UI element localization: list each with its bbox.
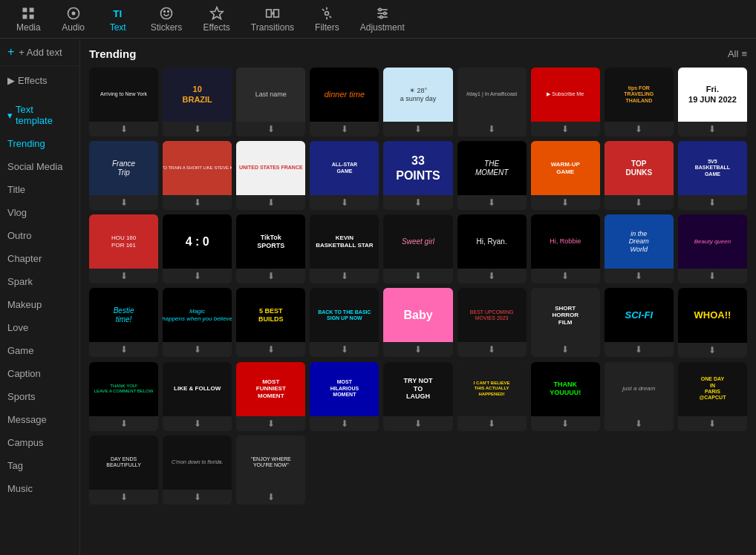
sidebar-item-game[interactable]: Game	[0, 339, 79, 362]
template-card-dinner[interactable]: dinner time⬇	[310, 68, 379, 137]
card-download-weather[interactable]: ⬇	[383, 122, 452, 137]
template-card-onedayparis[interactable]: ONE DAY IN PARIS @CAPCUT⬇	[678, 362, 747, 431]
card-download-brazil[interactable]: ⬇	[163, 122, 232, 137]
card-download-dreamworld[interactable]: ⬇	[605, 269, 674, 283]
template-card-magic[interactable]: Magic happens when you believe⬇	[163, 288, 232, 357]
template-card-shorthorror[interactable]: SHORT HORROR FILM⬇	[531, 288, 600, 357]
template-card-warmup[interactable]: WARM-UP GAME⬇	[531, 141, 600, 210]
template-card-arriving[interactable]: Arriving to New York⬇	[89, 68, 158, 137]
card-download-thankyouuuu[interactable]: ⬇	[531, 416, 600, 431]
card-download-dinner[interactable]: ⬇	[310, 122, 379, 137]
template-card-signup[interactable]: BACK TO THE BASIC SIGN UP NOW⬇	[310, 288, 379, 357]
card-download-friday[interactable]: ⬇	[678, 122, 747, 137]
card-download-justadream[interactable]: ⬇	[605, 416, 674, 431]
template-card-bestmovies[interactable]: BEST UPCOMING MOVIES 2023⬇	[457, 288, 527, 357]
card-download-name[interactable]: ⬇	[236, 122, 305, 137]
card-download-sweetgirl[interactable]: ⬇	[383, 269, 452, 283]
template-card-bestie[interactable]: Bestie time!⬇	[89, 288, 158, 357]
card-download-day1[interactable]: ⬇	[457, 122, 527, 137]
template-card-score[interactable]: HOU 160 POR 161⬇	[89, 214, 158, 283]
card-download-warmup[interactable]: ⬇	[531, 195, 600, 210]
sidebar-item-spark[interactable]: Spark	[0, 270, 79, 293]
template-card-whoa[interactable]: WHOA!!⬇	[678, 288, 747, 357]
card-download-40[interactable]: ⬇	[163, 269, 232, 283]
template-card-friday[interactable]: Fri. 19 JUN 2022⬇	[678, 68, 747, 137]
template-card-brazil[interactable]: 10 BRAZIL⬇	[163, 68, 232, 137]
template-card-likefollow[interactable]: LIKE & FOLLOW⬇	[163, 362, 232, 431]
card-download-whoa[interactable]: ⬇	[678, 343, 747, 358]
template-card-sweetgirl[interactable]: Sweet girl⬇	[383, 214, 452, 283]
sidebar-item-trending[interactable]: Trending	[0, 132, 79, 155]
template-card-justadream[interactable]: just a dream⬇	[605, 362, 674, 431]
card-download-likefollow[interactable]: ⬇	[163, 416, 232, 431]
card-download-themoment[interactable]: ⬇	[457, 195, 527, 210]
template-card-trynottolaugh[interactable]: TRY NOT TO LAUGH⬇	[383, 362, 452, 431]
template-card-mostfunniest[interactable]: MOST FUNNIEST MOMENT⬇	[236, 362, 305, 431]
card-download-dayends[interactable]: ⬇	[89, 490, 158, 505]
card-download-hiRobbie[interactable]: ⬇	[531, 269, 600, 283]
nav-stickers[interactable]: Stickers	[140, 1, 193, 37]
nav-text[interactable]: TI Text	[96, 1, 140, 37]
card-download-33points[interactable]: ⬇	[383, 195, 452, 210]
template-card-dayends[interactable]: DAY ENDS BEAUTIFULLY⬇	[89, 436, 158, 505]
template-card-tiktok[interactable]: TikTok SPORTS⬇	[236, 214, 305, 283]
card-download-thankyou[interactable]: ⬇	[89, 416, 158, 431]
sidebar-item-music[interactable]: Music	[0, 477, 79, 500]
nav-adjustment[interactable]: Adjustment	[350, 1, 415, 37]
card-download-magic[interactable]: ⬇	[163, 342, 232, 357]
card-download-icantbelieve[interactable]: ⬇	[457, 416, 527, 431]
template-card-themoment[interactable]: THE MOMENT⬇	[457, 141, 527, 210]
nav-media[interactable]: Media	[6, 1, 51, 37]
card-download-mosthilarious[interactable]: ⬇	[310, 416, 379, 431]
card-download-unitedstates[interactable]: ⬇	[236, 195, 305, 210]
card-download-signup[interactable]: ⬇	[310, 342, 379, 357]
sidebar-item-caption[interactable]: Caption	[0, 362, 79, 385]
template-card-icantbelieve[interactable]: I CAN'T BELIEVE THIS ACTUALLY HAPPENED!⬇	[457, 362, 527, 431]
nav-transitions[interactable]: Transitions	[241, 1, 304, 37]
template-card-40[interactable]: 4 : 0⬇	[163, 214, 232, 283]
card-download-mostfunniest[interactable]: ⬇	[236, 416, 305, 431]
card-download-trynottolaugh[interactable]: ⬇	[383, 416, 452, 431]
card-download-thailand[interactable]: ⬇	[605, 122, 674, 137]
card-download-bestie[interactable]: ⬇	[89, 342, 158, 357]
template-card-dreamworld[interactable]: in the Dream World⬇	[605, 214, 674, 283]
card-download-shorthorror[interactable]: ⬇	[531, 342, 600, 357]
template-card-thankyou[interactable]: THANK YOU! LEAVE A COMMENT BELOW⬇	[89, 362, 158, 431]
sidebar-item-love[interactable]: Love	[0, 316, 79, 339]
template-card-allstar[interactable]: ALL-STAR GAME⬇	[310, 141, 379, 210]
sidebar-item-outro[interactable]: Outro	[0, 224, 79, 247]
sidebar-item-chapter[interactable]: Chapter	[0, 247, 79, 270]
template-card-name[interactable]: Last name⬇	[236, 68, 305, 137]
template-card-hiRyan[interactable]: Hi, Ryan.⬇	[457, 214, 527, 283]
card-download-howtotrain[interactable]: ⬇	[163, 195, 232, 210]
add-text-button[interactable]: + + Add text	[0, 39, 79, 66]
nav-filters[interactable]: Filters	[304, 1, 350, 37]
sidebar-item-sports[interactable]: Sports	[0, 385, 79, 408]
template-card-5v5[interactable]: 5V5 BASKETBALL GAME⬇	[678, 141, 747, 210]
card-download-france[interactable]: ⬇	[89, 195, 158, 210]
template-card-hiRobbie[interactable]: Hi, Robbie⬇	[531, 214, 600, 283]
sidebar-item-social-media[interactable]: Social Media	[0, 155, 79, 178]
card-download-5best[interactable]: ⬇	[236, 342, 305, 357]
template-card-5best[interactable]: 5 BEST BUILDS⬇	[236, 288, 305, 357]
text-template-header[interactable]: ▾ Text template	[7, 101, 72, 129]
template-card-topdunks[interactable]: TOP DUNKS⬇	[605, 141, 674, 210]
card-download-onedayparis[interactable]: ⬇	[678, 416, 747, 431]
template-card-beautyqueen[interactable]: Beauty queen⬇	[678, 214, 747, 283]
template-card-baby[interactable]: Baby⬇	[383, 288, 452, 357]
template-card-enjoywhere[interactable]: "ENJOY WHERE YOU'RE NOW"⬇	[236, 436, 305, 505]
template-card-unitedstates[interactable]: UNITED STATES FRANCE⬇	[236, 141, 305, 210]
card-download-5v5[interactable]: ⬇	[678, 195, 747, 210]
sidebar-item-vlog[interactable]: Vlog	[0, 201, 79, 224]
nav-effects[interactable]: Effects	[192, 1, 240, 37]
card-download-kevin[interactable]: ⬇	[310, 269, 379, 283]
card-download-enjoywhere[interactable]: ⬇	[236, 490, 305, 505]
template-card-scifi[interactable]: SCI-FI⬇	[605, 288, 674, 357]
card-download-beautyqueen[interactable]: ⬇	[678, 269, 747, 283]
sidebar-item-tag[interactable]: Tag	[0, 454, 79, 477]
card-download-hiRyan[interactable]: ⬇	[457, 269, 527, 283]
template-card-33points[interactable]: 33 POINTS⬇	[383, 141, 452, 210]
card-download-arriving[interactable]: ⬇	[89, 122, 158, 137]
template-card-mosthilarious[interactable]: MOST HILARIOUS MOMENT⬇	[310, 362, 379, 431]
card-download-tiktok[interactable]: ⬇	[236, 269, 305, 283]
